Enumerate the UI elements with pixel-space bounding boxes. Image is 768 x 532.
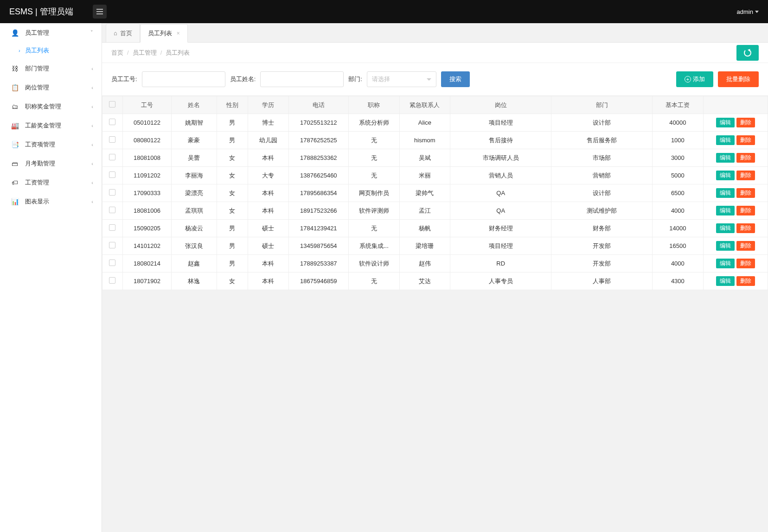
edit-button[interactable]: 编辑 <box>716 241 735 251</box>
delete-button[interactable]: 删除 <box>736 206 755 215</box>
edit-button[interactable]: 编辑 <box>716 171 735 180</box>
filter-name-input[interactable] <box>260 71 344 87</box>
cell: 14101202 <box>122 237 171 255</box>
cell: QA <box>450 202 551 220</box>
sidebar-item-4[interactable]: 🏭工龄奖金管理‹ <box>0 116 102 135</box>
tab-0[interactable]: ⌂首页 <box>106 24 140 42</box>
cell: 17841239421 <box>288 220 348 237</box>
cell: 女 <box>217 167 248 184</box>
edit-button[interactable]: 编辑 <box>716 188 735 198</box>
cell: 18917523266 <box>288 202 348 220</box>
crumb-menu[interactable]: 员工管理 <box>133 49 157 57</box>
filter-bar: 员工工号: 员工姓名: 部门: 请选择 搜索 + 添加 批量删除 <box>102 63 768 96</box>
edit-button[interactable]: 编辑 <box>716 223 735 233</box>
cell: 无 <box>349 149 400 167</box>
cell: 无 <box>349 132 400 149</box>
add-button[interactable]: + 添加 <box>676 71 713 87</box>
select-all-checkbox[interactable] <box>109 101 115 108</box>
edit-button[interactable]: 编辑 <box>716 135 735 145</box>
table-row: 15090205杨凌云男硕士17841239421无杨帆财务经理财务部14000… <box>102 220 768 237</box>
cell: 售后服务部 <box>551 132 653 149</box>
chevron-left-icon: ‹ <box>91 142 93 147</box>
crumb-home[interactable]: 首页 <box>111 49 123 57</box>
sidebar-item-2[interactable]: 📋岗位管理‹ <box>0 78 102 97</box>
filter-name-label: 员工姓名: <box>230 75 256 83</box>
cell: 18080214 <box>122 255 171 272</box>
bulk-delete-button[interactable]: 批量删除 <box>718 71 759 87</box>
sidebar-item-7[interactable]: 🏷工资管理‹ <box>0 173 102 192</box>
cell: 17889253387 <box>288 255 348 272</box>
sidebar-toggle-button[interactable] <box>93 5 107 19</box>
edit-button[interactable]: 编辑 <box>716 118 735 127</box>
cell: 本科 <box>248 272 288 290</box>
search-button[interactable]: 搜索 <box>441 71 470 87</box>
row-checkbox[interactable] <box>109 277 115 284</box>
tab-bar: ⌂首页员工列表× <box>102 23 768 43</box>
cell: Alice <box>399 114 450 132</box>
chevron-left-icon: ‹ <box>91 66 93 71</box>
delete-button[interactable]: 删除 <box>736 276 755 286</box>
cell: 开发部 <box>551 255 653 272</box>
user-menu-button[interactable]: admin <box>737 8 759 15</box>
row-checkbox[interactable] <box>109 171 115 178</box>
delete-button[interactable]: 删除 <box>736 188 755 198</box>
sidebar-subitem-employee-list[interactable]: ›员工列表 <box>0 42 102 59</box>
sidebar-item-3[interactable]: 🗂职称奖金管理‹ <box>0 97 102 116</box>
refresh-icon <box>744 49 751 57</box>
app-brand: ESMS | 管理员端 <box>9 6 93 17</box>
row-checkbox[interactable] <box>109 189 115 196</box>
filter-id-input[interactable] <box>142 71 225 87</box>
row-checkbox[interactable] <box>109 260 115 266</box>
topbar: ESMS | 管理员端 admin <box>0 0 768 23</box>
table-row: 18080214赵鑫男本科17889253387软件设计师赵伟RD开发部4000… <box>102 255 768 272</box>
cell: 豪豪 <box>172 132 217 149</box>
delete-button[interactable]: 删除 <box>736 259 755 268</box>
row-checkbox[interactable] <box>109 136 115 143</box>
cell: hismom <box>399 132 450 149</box>
row-checkbox[interactable] <box>109 224 115 231</box>
cell: 幼儿园 <box>248 132 288 149</box>
row-checkbox[interactable] <box>109 207 115 213</box>
chevron-down-icon <box>755 11 759 13</box>
cell: 杨凌云 <box>172 220 217 237</box>
sidebar-item-6[interactable]: 🗃月考勤管理‹ <box>0 154 102 173</box>
cell: 18081006 <box>122 202 171 220</box>
edit-button[interactable]: 编辑 <box>716 259 735 268</box>
close-icon[interactable]: × <box>177 30 180 37</box>
cell: 15090205 <box>122 220 171 237</box>
refresh-button[interactable] <box>736 45 759 61</box>
delete-button[interactable]: 删除 <box>736 171 755 180</box>
sidebar-item-8[interactable]: 📊图表显示‹ <box>0 192 102 211</box>
filter-id-label: 员工工号: <box>111 75 137 83</box>
delete-button[interactable]: 删除 <box>736 135 755 145</box>
cell: 杨帆 <box>399 220 450 237</box>
cell: 市场部 <box>551 149 653 167</box>
chevron-down-icon: ˅ <box>90 30 93 36</box>
edit-button[interactable]: 编辑 <box>716 206 735 215</box>
sidebar-item-5[interactable]: 📑工资项管理‹ <box>0 135 102 154</box>
row-checkbox[interactable] <box>109 154 115 160</box>
tab-1[interactable]: 员工列表× <box>140 24 188 43</box>
cell: 男 <box>217 132 248 149</box>
cell: 财务部 <box>551 220 653 237</box>
cell: 本科 <box>248 202 288 220</box>
breadcrumb: 首页 / 员工管理 / 员工列表 <box>102 43 768 63</box>
delete-button[interactable]: 删除 <box>736 241 755 251</box>
col-header-4: 学历 <box>248 96 288 114</box>
delete-button[interactable]: 删除 <box>736 223 755 233</box>
row-checkbox[interactable] <box>109 242 115 248</box>
cell: 梁帅气 <box>399 184 450 202</box>
col-header-9: 部门 <box>551 96 653 114</box>
sidebar-item-1[interactable]: ⛓部门管理‹ <box>0 59 102 78</box>
employee-table: 工号姓名性别学历电话职称紧急联系人岗位部门基本工资 05010122姚期智男博士… <box>102 96 768 290</box>
delete-button[interactable]: 删除 <box>736 118 755 127</box>
menu-icon: 📑 <box>10 141 19 148</box>
filter-dept-select[interactable]: 请选择 <box>367 71 436 87</box>
delete-button[interactable]: 删除 <box>736 153 755 163</box>
edit-button[interactable]: 编辑 <box>716 153 735 163</box>
edit-button[interactable]: 编辑 <box>716 276 735 286</box>
row-checkbox[interactable] <box>109 119 115 125</box>
sidebar-item-0[interactable]: 👤员工管理˅ <box>0 23 102 42</box>
cell: 开发部 <box>551 237 653 255</box>
cell: 11091202 <box>122 167 171 184</box>
